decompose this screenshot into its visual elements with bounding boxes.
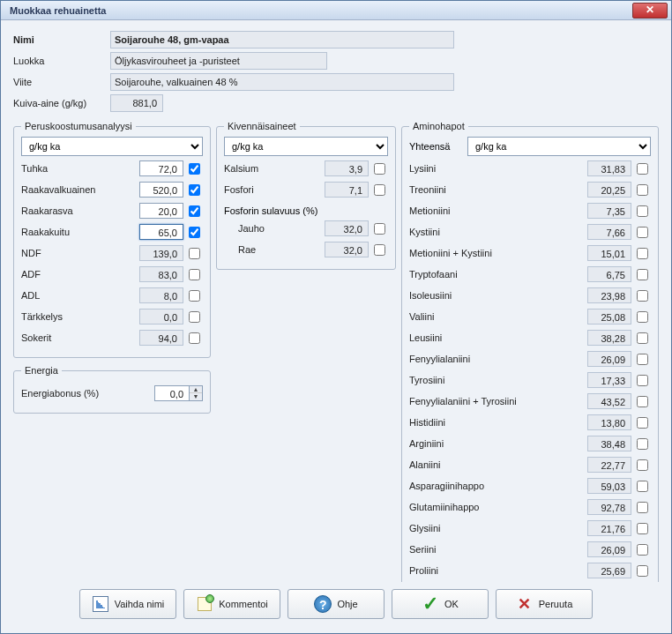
amino-row-checkbox[interactable]	[637, 565, 648, 577]
amino-row: Lysiini31,83	[409, 160, 651, 177]
fosf-row: Rae32,0	[224, 241, 388, 258]
perus-row-value[interactable]: 520,0	[139, 182, 183, 198]
amino-row-checkbox[interactable]	[637, 481, 648, 492]
perus-row-checkbox[interactable]	[189, 205, 200, 217]
perus-row-value: 0,0	[139, 309, 183, 324]
perus-row-label: Sokerit	[21, 332, 139, 343]
fosf-row-checkbox[interactable]	[374, 244, 385, 256]
perus-row-checkbox[interactable]	[189, 332, 200, 344]
amino-row: Glysiini21,76	[409, 519, 651, 537]
perus-row: Raakarasva20,0	[21, 202, 203, 220]
kuiva-label: Kuiva-aine (g/kg)	[13, 98, 110, 108]
kiven-row-checkbox[interactable]	[374, 163, 385, 175]
amino-row-checkbox[interactable]	[637, 375, 648, 386]
perus-row-value: 94,0	[139, 330, 183, 346]
kivennaisaineet-group: Kivennäisaineet g/kg ka Kalsium3,9Fosfor…	[216, 121, 396, 270]
amino-row-checkbox[interactable]	[637, 438, 648, 450]
fosf-row-label: Jauho	[224, 223, 325, 234]
amino-row-checkbox[interactable]	[637, 417, 648, 429]
energiabonus-spinner[interactable]: 0,0 ▲▼	[154, 385, 203, 401]
ohje-button[interactable]: ? Ohje	[287, 589, 385, 619]
amino-row-value: 20,25	[587, 182, 631, 198]
amino-row-value: 26,09	[587, 351, 631, 367]
fosf-row-value: 32,0	[325, 242, 369, 257]
amino-row-checkbox[interactable]	[637, 396, 648, 407]
energiabonus-value[interactable]: 0,0	[154, 385, 190, 401]
amino-row: Valiini25,08	[409, 308, 651, 325]
perus-row-checkbox[interactable]	[189, 248, 200, 259]
yhteensa-label: Yhteensä	[409, 141, 462, 152]
amino-row-label: Metioniini	[409, 205, 587, 216]
fosf-row-checkbox[interactable]	[374, 223, 385, 235]
amino-row-value: 15,01	[587, 245, 631, 261]
perus-unit-select[interactable]: g/kg ka	[21, 137, 203, 156]
energiabonus-label: Energiabonus (%)	[21, 388, 154, 399]
amino-row-checkbox[interactable]	[637, 332, 648, 344]
amino-row-checkbox[interactable]	[637, 544, 648, 556]
amino-row-label: Valiini	[409, 311, 587, 322]
amino-row-value: 7,66	[587, 224, 631, 240]
kiven-unit-select[interactable]: g/kg ka	[224, 137, 388, 156]
perus-row-checkbox[interactable]	[189, 290, 200, 302]
perus-row: Tuhka72,0	[21, 160, 203, 177]
amino-row-checkbox[interactable]	[637, 290, 648, 302]
amino-row-label: Glutamiinihappo	[409, 502, 587, 512]
perus-row-value[interactable]: 65,0	[139, 224, 183, 240]
amino-row-checkbox[interactable]	[637, 269, 648, 280]
amino-row-checkbox[interactable]	[637, 184, 648, 196]
perus-row-value[interactable]: 72,0	[139, 160, 183, 176]
amino-row: Isoleusiini23,98	[409, 287, 651, 304]
perus-row: Raakavalkuainen520,0	[21, 181, 203, 198]
amino-row-checkbox[interactable]	[637, 248, 648, 259]
viite-label: Viite	[13, 77, 110, 87]
peruuta-button[interactable]: ✕ Peruuta	[496, 589, 593, 619]
swap-icon	[92, 595, 109, 613]
perus-row-checkbox[interactable]	[189, 227, 200, 238]
amino-row-label: Treoniini	[409, 184, 587, 195]
ok-button[interactable]: ✓ OK	[392, 589, 489, 619]
luokka-field: Öljykasvirouheet ja -puristeet	[110, 52, 327, 70]
amino-row-label: Glysiini	[409, 523, 587, 533]
amino-row-label: Seriini	[409, 544, 587, 555]
kommentoi-button[interactable]: Kommentoi	[183, 589, 280, 619]
kiven-row-checkbox[interactable]	[374, 184, 385, 196]
amino-row-checkbox[interactable]	[637, 354, 648, 365]
amino-row-checkbox[interactable]	[637, 205, 648, 217]
amino-row-value: 25,08	[587, 309, 631, 324]
perus-row-label: Raakakuitu	[21, 227, 139, 237]
aminohapot-group: Aminohapot Yhteensä g/kg ka Lysiini31,83…	[401, 121, 659, 582]
perus-row-checkbox[interactable]	[189, 269, 200, 280]
amino-unit-select[interactable]: g/kg ka	[467, 137, 651, 156]
button-bar: Vaihda nimi Kommentoi ? Ohje ✓ OK ✕ Peru…	[13, 582, 659, 623]
perus-row-checkbox[interactable]	[189, 311, 200, 323]
perus-row: Raakakuitu65,0	[21, 223, 203, 241]
spin-up-icon[interactable]: ▲	[190, 386, 202, 393]
checkmark-icon: ✓	[422, 595, 439, 613]
vaihda-nimi-button[interactable]: Vaihda nimi	[79, 589, 176, 619]
luokka-label: Luokka	[13, 56, 110, 66]
amino-row-checkbox[interactable]	[637, 459, 648, 471]
amino-row-label: Lysiini	[409, 163, 587, 174]
nimi-field: Soijarouhe 48, gm-vapaa	[110, 31, 454, 48]
amino-row-value: 92,78	[587, 499, 631, 515]
amino-row-checkbox[interactable]	[637, 502, 648, 513]
amino-row-checkbox[interactable]	[637, 227, 648, 238]
amino-row-checkbox[interactable]	[637, 163, 648, 175]
amino-row: Treoniini20,25	[409, 181, 651, 198]
amino-row-label: Metioniini + Kystiini	[409, 248, 587, 258]
perus-row-checkbox[interactable]	[189, 184, 200, 196]
amino-row-value: 31,83	[587, 160, 631, 176]
amino-row: Seriini26,09	[409, 541, 651, 558]
amino-row-checkbox[interactable]	[637, 523, 648, 534]
amino-row-value: 43,52	[587, 393, 631, 409]
perus-row-label: ADL	[21, 290, 139, 301]
perus-row-value[interactable]: 20,0	[139, 203, 183, 219]
cancel-icon: ✕	[516, 595, 534, 613]
close-button[interactable]: ✕	[632, 3, 668, 19]
perus-row-checkbox[interactable]	[189, 163, 200, 175]
kiven-row-label: Kalsium	[224, 163, 325, 174]
amino-row-value: 13,80	[587, 414, 631, 430]
spin-down-icon[interactable]: ▼	[190, 393, 202, 400]
amino-row-checkbox[interactable]	[637, 311, 648, 323]
viite-field: Soijarouhe, valkuainen 48 %	[110, 73, 454, 91]
